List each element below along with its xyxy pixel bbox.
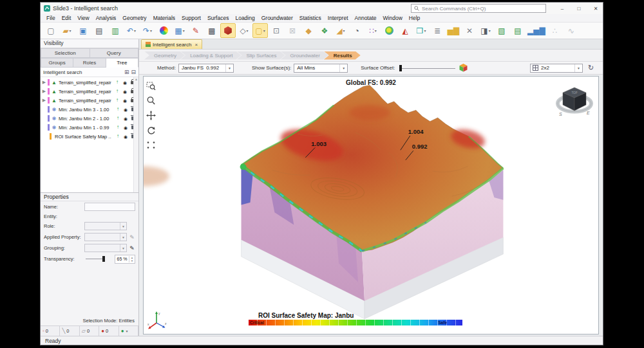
workflow-results[interactable]: Results <box>324 51 361 60</box>
eye-icon[interactable]: ◉ <box>122 134 129 139</box>
arrow-up-icon[interactable]: ↑ <box>114 89 120 94</box>
slider-thumb[interactable] <box>399 65 402 71</box>
surface-offset-slider[interactable] <box>399 64 457 72</box>
open-file-button[interactable]: ▰▾ <box>59 23 75 38</box>
contour-cube-button[interactable] <box>458 62 469 73</box>
compute-button[interactable]: ▩ <box>204 23 220 38</box>
excavation-button[interactable]: ◢▾ <box>333 23 348 38</box>
workflow-groundwater[interactable]: Groundwater <box>281 51 328 60</box>
display-options-button[interactable]: ▦▾ <box>172 23 187 38</box>
tab-tree[interactable]: Tree <box>106 58 138 68</box>
menu-window[interactable]: Window <box>380 15 406 21</box>
edit-property-icon[interactable]: ✎ <box>129 234 135 241</box>
arrow-up-icon[interactable]: ↑ <box>115 125 121 130</box>
collapse-all-icon[interactable]: ⊟ <box>131 69 136 75</box>
chart-bars-button[interactable]: ▅▇ <box>446 23 461 38</box>
vertex-counter[interactable]: ◦0 <box>41 326 60 336</box>
scroll-up-icon[interactable]: ▲ <box>134 77 138 82</box>
slip-surface-button[interactable]: ◭ <box>397 23 413 38</box>
color-wheel-button[interactable] <box>156 23 171 38</box>
entity-mode-button[interactable]: ●▾ <box>119 326 138 336</box>
histogram-button[interactable]: ▂▅▇ <box>526 23 547 38</box>
export-image-button[interactable]: ▥ <box>108 23 123 38</box>
transform-arrows-button[interactable]: ✕ <box>462 23 477 38</box>
menu-help[interactable]: Help <box>406 15 423 21</box>
fit-curve-button[interactable]: ∿ <box>564 23 579 38</box>
menu-loading[interactable]: Loading <box>232 15 258 21</box>
workflow-loading-support[interactable]: Loading & Support <box>180 51 241 60</box>
menu-surfaces[interactable]: Surfaces <box>204 15 232 21</box>
layers-button[interactable]: ▤ <box>510 23 526 38</box>
transparency-slider[interactable] <box>84 255 113 262</box>
slider-thumb[interactable] <box>102 256 105 262</box>
scatter-plot-button[interactable]: ∴ <box>547 23 563 38</box>
zoom-button[interactable] <box>146 95 156 105</box>
menu-annotate[interactable]: Annotate <box>352 15 380 21</box>
close-button[interactable]: ✕ <box>589 3 603 14</box>
menu-statistics[interactable]: Statistics <box>296 15 325 21</box>
wireframe-view-button[interactable]: ◇▾ <box>236 23 252 38</box>
print-button[interactable]: ▤ <box>91 23 107 38</box>
eye-icon[interactable]: ◉ <box>122 89 128 94</box>
arrow-up-icon[interactable]: ↑ <box>115 116 121 121</box>
terrain-canvas[interactable]: 1.003 1.004 0.992 <box>144 77 598 334</box>
save-file-button[interactable]: ▣ <box>75 23 91 38</box>
measure-gauge-button[interactable]: ◔ <box>349 23 365 38</box>
eye-icon[interactable]: ◉ <box>122 98 128 103</box>
expander-icon[interactable]: ▶ <box>42 80 46 85</box>
results-cube-button[interactable]: ❒▾ <box>413 23 429 38</box>
menu-materials[interactable]: Materials <box>150 15 178 21</box>
tab-close-icon[interactable]: × <box>194 42 198 48</box>
tab-groups[interactable]: Groups <box>41 58 73 68</box>
clear-selection-button[interactable]: ⊠ <box>285 23 300 38</box>
contour-map-button[interactable] <box>381 23 397 38</box>
eye-icon[interactable]: ◉ <box>122 80 128 85</box>
menu-file[interactable]: File <box>43 15 59 21</box>
show-surfaces-select[interactable]: All Mins ▼ <box>294 64 348 73</box>
tab-intelligent-search[interactable]: Intelligent search × <box>141 39 202 49</box>
tree-row-terrain-1[interactable]: ▶ ▲ Terrain_simplified_repair ↑◉ <box>41 78 138 87</box>
zoom-extents-button[interactable] <box>146 140 156 150</box>
spin-down-icon[interactable]: ▼ <box>129 259 135 262</box>
tab-roles[interactable]: Roles <box>73 58 106 68</box>
new-file-button[interactable]: ▢ <box>43 23 59 38</box>
arrow-up-icon[interactable]: ↑ <box>114 98 120 103</box>
role-select[interactable]: ▼ <box>84 222 127 230</box>
title-bar[interactable]: Slide3 - Intelligent search Search Comma… <box>41 3 603 14</box>
menu-interpret[interactable]: Interpret <box>325 15 352 21</box>
tree-row-janbu-min-2[interactable]: ❋ Min: Janbu Min 2 - 1.00 ↑◉ <box>41 114 138 123</box>
solid-counter[interactable]: ●0 <box>99 326 118 336</box>
tree-row-roi-safety-map[interactable]: ROI Surface Safety Map .. ↑◉ <box>41 132 138 141</box>
expand-all-icon[interactable]: ⊞ <box>124 69 129 75</box>
expander-icon[interactable]: ▶ <box>42 98 46 103</box>
workflow-geometry[interactable]: Geometry <box>144 51 185 60</box>
method-select[interactable]: Janbu FS 0.992 ▼ <box>178 64 234 73</box>
tree-row-janbu-min-3[interactable]: ❋ Min: Janbu Min 3 - 1.00 ↑◉ <box>41 105 138 114</box>
rotate-button[interactable] <box>146 125 156 135</box>
viewport-grid-select[interactable]: 2x2 ▼ <box>530 64 583 73</box>
workflow-slip-surfaces[interactable]: Slip Surfaces <box>236 51 285 60</box>
menu-edit[interactable]: Edit <box>59 15 75 21</box>
solid-view-button[interactable] <box>220 23 236 38</box>
arrow-up-icon[interactable]: ↑ <box>114 80 120 85</box>
tree-scrollbar[interactable]: ▲ <box>133 77 138 192</box>
arrow-up-icon[interactable]: ↑ <box>115 107 121 112</box>
edit-tools-button[interactable]: ✎ <box>188 23 204 38</box>
pan-button[interactable] <box>146 110 156 120</box>
edit-grouping-icon[interactable]: ✎ <box>129 245 135 252</box>
surface-options-button[interactable]: ∷▾ <box>365 23 381 38</box>
face-counter[interactable]: ▱0 <box>80 326 99 336</box>
grouping-select[interactable]: ▼ <box>84 244 127 252</box>
redo-button[interactable]: ↷▾ <box>140 23 155 38</box>
entity-tree[interactable]: ▶ ▲ Terrain_simplified_repair ↑◉ ▶ ▲ Ter… <box>41 77 138 192</box>
eye-icon[interactable]: ◉ <box>122 116 129 121</box>
tree-row-terrain-2[interactable]: ▶ ▲ Terrain_simplified_repair ↑◉ <box>41 87 138 96</box>
eye-icon[interactable]: ◉ <box>122 107 129 112</box>
maximize-button[interactable]: □ <box>572 3 586 14</box>
expander-icon[interactable]: ▶ <box>42 89 46 94</box>
name-field[interactable] <box>84 203 135 211</box>
command-search-input[interactable]: Search Commands (Ctrl+Q) <box>411 4 546 13</box>
transparency-spinner[interactable]: 65 % ▲▼ <box>115 255 135 264</box>
tree-row-terrain-3[interactable]: ▶ ▲ Terrain_simplified_repair ↑◉ <box>41 96 138 105</box>
applied-property-select[interactable]: ▼ <box>84 233 127 241</box>
